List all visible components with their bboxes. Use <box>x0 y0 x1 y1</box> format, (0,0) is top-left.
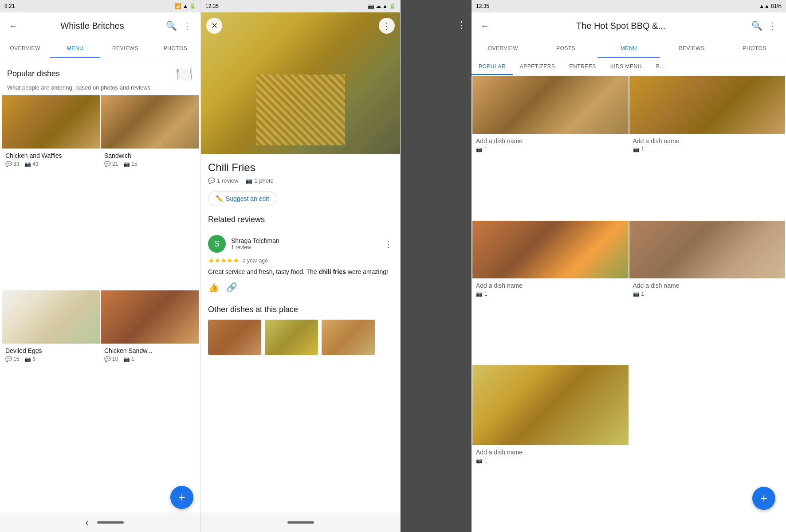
menu-item-3[interactable]: Add a dish name 📷 1 <box>472 221 629 364</box>
more-button-4[interactable]: ⋮ <box>765 18 781 34</box>
popular-dishes-header: Popular dishes 🍽️ What people are orderi… <box>0 58 200 95</box>
menu-item-5[interactable]: Add a dish name 📷 1 <box>472 365 629 531</box>
subtab-entrees[interactable]: ENTREES <box>562 58 603 75</box>
nav-pill-2 <box>287 521 314 524</box>
tab-photos-4[interactable]: PHOTOS <box>723 39 786 58</box>
fab-container-1: + <box>0 486 200 512</box>
panel-whistle-britches: 8:21 📶 ▲ 🔋 ← Whistle Britches 🔍 ⋮ OVERVI… <box>0 0 201 532</box>
add-dish-name-4[interactable]: Add a dish name <box>633 282 782 289</box>
search-button-1[interactable]: 🔍 <box>163 18 179 34</box>
dish-image-deviled-eggs <box>2 290 100 344</box>
status-bar-panel1: 8:21 📶 ▲ 🔋 <box>0 0 200 12</box>
menu-item-image-2 <box>629 76 786 134</box>
dish-card-deviled-eggs[interactable]: Deviled Eggs 💬 15 📷 6 <box>2 290 100 484</box>
dish-photos-sandwich: 📷 15 <box>123 161 137 167</box>
tab-photos-1[interactable]: PHOTOS <box>150 39 200 58</box>
review-actions: 👍 🔗 <box>208 282 393 293</box>
reviewer-name: Shraga Teichman <box>231 237 379 244</box>
nav-back-button-1[interactable]: ‹ <box>77 514 98 531</box>
dish-name-chicken-sandw: Chicken Sandw... <box>104 347 195 354</box>
status-time-4: 12:35 <box>476 3 759 9</box>
overlay-more-button[interactable]: ⋮ <box>456 20 466 31</box>
photo-status-icon: 📷 <box>368 3 374 9</box>
menu-item-2[interactable]: Add a dish name 📷 1 <box>629 76 786 220</box>
add-dish-name-3[interactable]: Add a dish name <box>476 282 625 289</box>
popular-dishes-title-text: Popular dishes <box>7 69 60 78</box>
back-button-4[interactable]: ← <box>477 18 493 34</box>
other-dish-thumb-2[interactable] <box>265 320 318 355</box>
subtab-more[interactable]: B... <box>649 58 672 75</box>
review-card: S Shraga Teichman 1 review ⋮ ★★★★★ a yea… <box>208 230 393 298</box>
dish-card-chicken-waffles[interactable]: Chicken and Waffles 💬 33 📷 43 <box>2 95 100 289</box>
subtab-appetizers[interactable]: APPETIZERS <box>513 58 562 75</box>
dish-image-chicken-waffles <box>2 95 100 149</box>
other-dish-thumb-3[interactable] <box>322 320 375 355</box>
dish-photos-chicken-sandw: 📷 1 <box>123 356 134 362</box>
tab-menu-1[interactable]: MENU <box>50 39 100 58</box>
close-button[interactable]: ✕ <box>206 18 222 34</box>
search-button-4[interactable]: 🔍 <box>749 18 765 34</box>
dish-card-sandwich[interactable]: Sandwich 💬 21 📷 15 <box>101 95 199 289</box>
tab-overview-4[interactable]: OVERVIEW <box>472 39 534 58</box>
tab-menu-4[interactable]: MENU <box>597 39 660 58</box>
other-dish-thumb-1[interactable] <box>208 320 261 355</box>
menu-item-1[interactable]: Add a dish name 📷 1 <box>472 76 629 220</box>
review-icon-4: 💬 <box>104 356 111 362</box>
add-dish-name-2[interactable]: Add a dish name <box>633 137 782 145</box>
camera-icon-4: 📷 <box>123 356 130 362</box>
chili-fries-photo: ✕ ⋮ <box>201 12 400 154</box>
more-button-2[interactable]: ⋮ <box>379 18 395 34</box>
fab-button-1[interactable]: + <box>170 486 193 509</box>
camera-icon-3: 📷 <box>24 356 31 362</box>
suggest-edit-button[interactable]: ✏️ Suggest an edit <box>208 191 276 206</box>
add-dish-name-1[interactable]: Add a dish name <box>476 137 625 145</box>
photo-count-5: 📷 1 <box>476 458 625 464</box>
dish-reviews-sandwich: 💬 21 <box>104 161 118 167</box>
thumbs-up-button[interactable]: 👍 <box>208 282 219 293</box>
status-icons-1: 📶 ▲ 🔋 <box>175 3 196 9</box>
dish-image-sandwich <box>101 95 199 149</box>
review-icon: 💬 <box>5 161 12 167</box>
dish-image-chicken-sandw <box>101 290 199 344</box>
camera-icon-meta: 📷 <box>245 177 252 184</box>
menu-item-4[interactable]: Add a dish name 📷 1 <box>629 221 786 364</box>
review-rating-row: ★★★★★ a year ago <box>208 256 393 265</box>
status-time-2: 12:35 <box>205 3 368 9</box>
battery-icon-2: 🔋 <box>389 3 396 9</box>
nav-bar-1: ‹ <box>0 512 200 532</box>
dish-name-sandwich: Sandwich <box>104 152 195 159</box>
panel-chili-fries: 12:35 📷 ☁ ▲ 🔋 ✕ ⋮ Chili Fries <box>201 0 401 532</box>
tab-posts-4[interactable]: POSTS <box>534 39 597 58</box>
tab-reviews-1[interactable]: REVIEWS <box>100 39 150 58</box>
app-title-4: The Hot Spot BBQ &... <box>493 21 749 31</box>
dish-reviews-deviled-eggs: 💬 15 <box>5 356 19 362</box>
camera-icon-menu-4: 📷 <box>633 291 640 297</box>
camera-icon: 📷 <box>24 161 31 167</box>
subtab-popular[interactable]: POPULAR <box>472 58 513 75</box>
camera-icon-menu-5: 📷 <box>476 458 483 464</box>
review-text: Great service and fresh, tasty food. The… <box>208 267 393 277</box>
dish-title: Chili Fries <box>208 161 393 174</box>
subtab-kids-menu[interactable]: KIDS MENU <box>603 58 649 75</box>
review-icon-meta: 💬 <box>208 177 215 184</box>
fries-visual <box>256 74 345 145</box>
add-dish-name-5[interactable]: Add a dish name <box>476 449 625 456</box>
edit-icon: ✏️ <box>216 195 223 202</box>
more-button-1[interactable]: ⋮ <box>179 18 195 34</box>
back-button-1[interactable]: ← <box>5 18 21 34</box>
review-more-button[interactable]: ⋮ <box>384 239 393 249</box>
wifi-icon-4: ▲▲ <box>759 3 770 9</box>
app-title-1: Whistle Britches <box>21 21 163 31</box>
tab-overview-1[interactable]: OVERVIEW <box>0 39 50 58</box>
tab-reviews-4[interactable]: REVIEWS <box>660 39 723 58</box>
dishes-icon: 🍽️ <box>176 65 193 82</box>
menu-item-image-1 <box>472 76 629 134</box>
sub-tabs-4: POPULAR APPETIZERS ENTREES KIDS MENU B..… <box>472 58 786 75</box>
share-button[interactable]: 🔗 <box>226 282 237 293</box>
status-bar-panel2: 12:35 📷 ☁ ▲ 🔋 <box>201 0 400 12</box>
reviewer-review-count: 1 review <box>231 244 379 250</box>
app-bar-1: ← Whistle Britches 🔍 ⋮ <box>0 12 200 39</box>
dish-card-chicken-sandw[interactable]: Chicken Sandw... 💬 10 📷 1 <box>101 290 199 484</box>
fab-button-4[interactable]: + <box>752 487 775 510</box>
dish-grid: Chicken and Waffles 💬 33 📷 43 <box>0 95 200 486</box>
